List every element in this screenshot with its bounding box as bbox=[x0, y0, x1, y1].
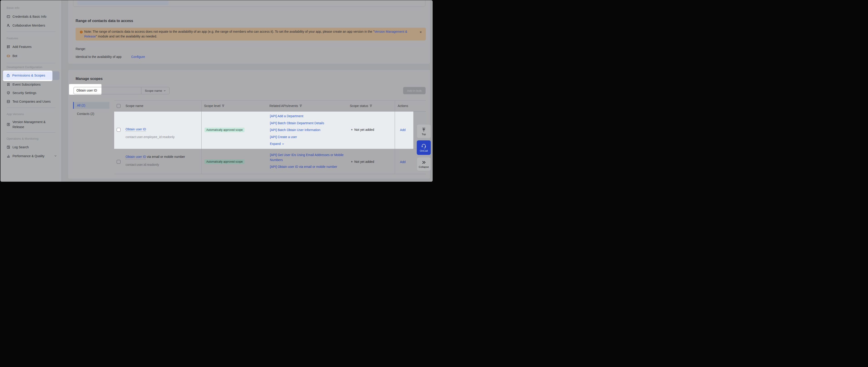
scope-level-badge: Automatically approved scope bbox=[205, 128, 245, 132]
search-input[interactable]: Obtain user ID bbox=[76, 89, 97, 92]
scope-code: contact:user.id:readonly bbox=[126, 163, 159, 166]
id-card-icon bbox=[7, 15, 10, 19]
upload-box-icon bbox=[7, 123, 10, 126]
sidebar-item-label: Add Features bbox=[12, 45, 32, 49]
sidebar-item-log-search[interactable]: Log Search bbox=[0, 144, 62, 151]
sidebar-section-features: Features bbox=[7, 36, 18, 40]
tab-all[interactable]: All (2) bbox=[73, 102, 110, 109]
sidebar-divider bbox=[7, 132, 55, 133]
scope-search-box: Obtain user ID Scope name bbox=[73, 87, 169, 94]
sidebar-item-security-settings[interactable]: Security Settings bbox=[0, 90, 62, 96]
expand-link[interactable]: Expand bbox=[270, 142, 324, 147]
oncall-button[interactable]: OnCall bbox=[417, 140, 431, 155]
filter-icon[interactable] bbox=[370, 104, 372, 107]
sidebar-item-label: Permissions & Scopes bbox=[12, 73, 45, 77]
row-bottom-border bbox=[114, 174, 426, 174]
note-banner: ! Note: The range of contacts data to ac… bbox=[75, 28, 426, 40]
add-action-link[interactable]: Add bbox=[400, 128, 406, 132]
sidebar-item-label: Collaborative Members bbox=[12, 24, 45, 27]
scroll-top-icon bbox=[421, 127, 426, 132]
col-header-scope-level: Scope level bbox=[204, 104, 224, 108]
sidebar-item-label: Credentials & Basic Info bbox=[12, 15, 46, 19]
sidebar-section-operations: Operations & Monitoring bbox=[7, 137, 38, 140]
range-label: Range: bbox=[75, 47, 86, 51]
api-link[interactable]: [API] Batch Obtain Department Details bbox=[270, 121, 324, 126]
robot-icon bbox=[7, 54, 10, 58]
bookmark-add-icon bbox=[7, 83, 10, 86]
sidebar-section-basic-info: Basic info bbox=[7, 6, 19, 9]
collapse-button[interactable]: Collapse bbox=[417, 157, 431, 171]
tab-label: All (2) bbox=[77, 103, 85, 107]
sidebar-item-permissions-scopes[interactable]: Permissions & Scopes bbox=[3, 71, 53, 80]
scope-name-dropdown[interactable]: Scope name bbox=[141, 87, 169, 94]
lock-icon bbox=[6, 74, 10, 78]
select-all-checkbox[interactable] bbox=[117, 104, 121, 108]
api-link[interactable]: [API] Create a user bbox=[270, 135, 324, 140]
sidebar-item-label: Log Search bbox=[12, 145, 29, 149]
sidebar-item-credentials[interactable]: Credentials & Basic Info bbox=[0, 13, 62, 20]
sidebar-item-label: Version Management & Release bbox=[12, 119, 55, 129]
api-link[interactable]: [API] Get User IDs Using Email Addresses… bbox=[270, 153, 345, 162]
chevron-down-icon[interactable] bbox=[54, 154, 57, 157]
filter-icon[interactable] bbox=[300, 104, 302, 107]
sidebar-section-app-versions: App Versions bbox=[7, 113, 24, 116]
api-link[interactable]: [API] Obtain user ID via email or mobile… bbox=[270, 164, 345, 170]
chevron-down-icon bbox=[163, 90, 166, 92]
sidebar-item-collaborative-members[interactable]: Collaborative Members bbox=[0, 22, 62, 29]
related-apis-list: [API] Get User IDs Using Email Addresses… bbox=[270, 153, 345, 170]
sidebar-item-add-features[interactable]: Add Features bbox=[0, 43, 62, 50]
chevron-down-icon bbox=[282, 143, 284, 145]
double-chevron-right-icon bbox=[421, 160, 426, 165]
app-window: Basic info Credentials & Basic Info Coll… bbox=[0, 0, 433, 182]
status-cell: Not yet added bbox=[351, 160, 374, 163]
related-apis-list: [API] Add a Department [API] Batch Obtai… bbox=[270, 114, 324, 147]
bar-chart-icon bbox=[7, 154, 10, 158]
button-label: Collapse bbox=[419, 165, 429, 168]
col-header-scope-name: Scope name bbox=[126, 104, 144, 108]
status-dot-icon bbox=[351, 161, 352, 162]
add-in-bulk-button[interactable]: Add in bulk bbox=[403, 87, 426, 94]
sidebar-item-performance-quality[interactable]: Performance & Quality bbox=[0, 153, 62, 159]
filter-icon[interactable] bbox=[222, 104, 224, 107]
sidebar-item-label: Bot bbox=[12, 54, 17, 58]
button-label: Top bbox=[422, 133, 426, 135]
row-checkbox[interactable] bbox=[117, 160, 121, 164]
warning-icon: ! bbox=[80, 31, 83, 33]
note-text: Note: The range of contacts data to acce… bbox=[84, 29, 418, 39]
shield-check-icon bbox=[7, 91, 10, 95]
configure-link[interactable]: Configure bbox=[131, 55, 145, 59]
sidebar-section-dev-config: Development Configuration bbox=[7, 65, 42, 69]
sidebar-item-label: Security Settings bbox=[12, 91, 36, 95]
close-icon[interactable]: ✕ bbox=[420, 30, 422, 34]
col-header-actions: Actions bbox=[398, 104, 408, 108]
sidebar-item-version-management[interactable]: Version Management & Release bbox=[0, 119, 62, 129]
add-action-link[interactable]: Add bbox=[400, 160, 406, 164]
status-cell: Not yet added bbox=[351, 128, 374, 131]
grid-add-icon bbox=[7, 45, 10, 49]
sidebar-item-test-companies[interactable]: Test Companies and Users bbox=[0, 98, 62, 105]
scope-name-link[interactable]: Obtain user ID bbox=[126, 155, 146, 159]
doc-search-icon bbox=[7, 145, 10, 149]
sidebar-divider bbox=[7, 108, 55, 108]
sidebar-item-event-subscriptions[interactable]: Event Subscriptions bbox=[0, 81, 62, 88]
spotlight-sidebar: Permissions & Scopes bbox=[3, 71, 53, 81]
section-title: Manage scopes bbox=[75, 77, 102, 81]
col-header-related-apis: Related APIs/events bbox=[270, 104, 302, 108]
sidebar-item-bot[interactable]: Bot bbox=[0, 53, 62, 59]
sidebar: Basic info Credentials & Basic Info Coll… bbox=[0, 0, 62, 182]
sidebar-item-label: Event Subscriptions bbox=[12, 83, 41, 86]
row-checkbox[interactable] bbox=[117, 128, 121, 132]
scope-name-link[interactable]: Obtain user ID bbox=[126, 127, 146, 132]
scroll-top-button[interactable]: Top bbox=[417, 124, 431, 138]
api-link[interactable]: [API] Batch Obtain User Information bbox=[270, 128, 324, 133]
dropdown-value: Scope name bbox=[145, 89, 162, 92]
column-divider bbox=[395, 101, 395, 174]
person-add-icon bbox=[7, 24, 10, 27]
table-top-border bbox=[114, 100, 426, 101]
tab-contacts[interactable]: Contacts (2) bbox=[73, 111, 110, 117]
col-header-scope-status: Scope status bbox=[350, 104, 372, 108]
button-label: OnCall bbox=[420, 149, 428, 152]
scope-code: contact:user.employee_id:readonly bbox=[126, 135, 175, 139]
range-card: Range of contacts data to access ! Note:… bbox=[68, 0, 430, 64]
api-link[interactable]: [API] Add a Department bbox=[270, 114, 324, 119]
